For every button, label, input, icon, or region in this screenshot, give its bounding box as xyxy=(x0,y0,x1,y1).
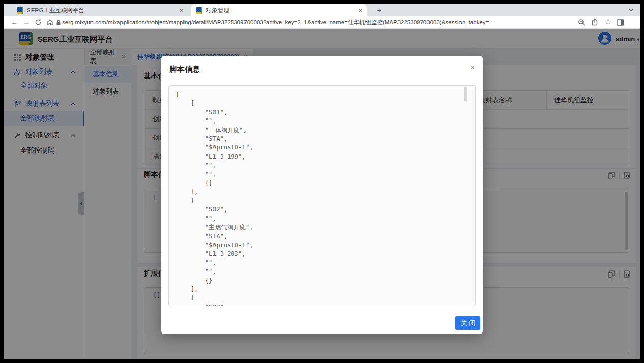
browser-profile-avatar[interactable]: G xyxy=(626,18,636,27)
lock-icon xyxy=(56,20,62,26)
browser-tab-title: SERG工业互联网平台 xyxy=(27,7,176,14)
back-icon[interactable]: ← xyxy=(10,18,19,27)
modal-title: 脚本信息 xyxy=(169,65,200,74)
reload-icon[interactable] xyxy=(35,19,42,26)
tab-close-icon[interactable]: × xyxy=(179,7,183,14)
browser-tab-title: 对象管理 xyxy=(206,7,355,14)
zoom-out-icon[interactable] xyxy=(578,19,586,26)
url-text[interactable]: serg.mixyun.com/mixapplication/#/object/… xyxy=(62,16,489,28)
forward-icon[interactable]: → xyxy=(22,18,31,27)
browser-tab-object-mgmt[interactable]: 对象管理 × xyxy=(191,4,367,16)
home-icon[interactable] xyxy=(46,19,53,26)
modal-script-textarea[interactable]: [ [ "S01", "", "一体阀开度", "STA", "$AprusID… xyxy=(168,85,476,306)
side-panel-icon[interactable] xyxy=(617,19,624,26)
favicon-serg-icon xyxy=(17,7,23,14)
browser-tab-serg[interactable]: SERG工业互联网平台 × xyxy=(12,4,188,16)
tab-search-chevron-icon[interactable] xyxy=(628,8,634,12)
browser-window: SERG工业互联网平台 × 对象管理 × + ← → serg.mixyun.c… xyxy=(4,4,640,359)
browser-menu-dots-icon[interactable]: ⋮ xyxy=(637,18,640,26)
modal-script-text: [ [ "S01", "", "一体阀开度", "STA", "$AprusID… xyxy=(169,86,475,306)
modal-close-icon[interactable]: × xyxy=(468,63,478,73)
new-tab-button[interactable]: + xyxy=(374,5,384,15)
share-icon[interactable] xyxy=(591,18,598,26)
favicon-serg-icon xyxy=(196,7,202,14)
script-info-modal: 脚本信息 × [ [ "S01", "", "一体阀开度", "STA", "$… xyxy=(161,56,483,334)
tab-close-icon[interactable]: × xyxy=(358,7,362,14)
modal-close-button[interactable]: 关 闭 xyxy=(455,316,480,330)
bookmark-star-icon[interactable]: ☆ xyxy=(604,17,612,26)
modal-scrollbar-thumb[interactable] xyxy=(464,87,467,101)
